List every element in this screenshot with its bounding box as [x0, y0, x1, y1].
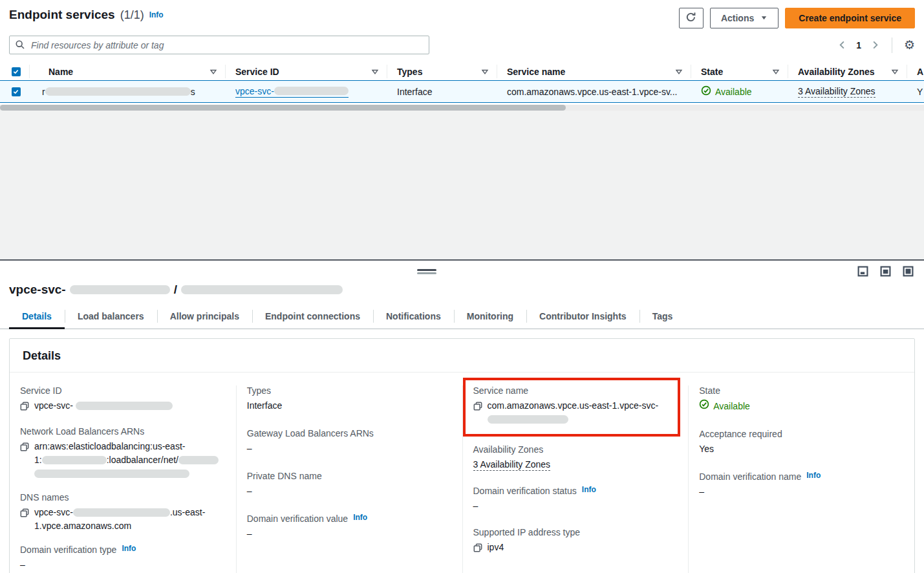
tab-monitoring[interactable]: Monitoring [454, 307, 526, 329]
cell-availability-zones: 3 Availability Zones [788, 81, 907, 102]
service-name-highlight-box: Service name com.amazonaws.vpce.us-east-… [463, 378, 681, 437]
column-header-availability-zones[interactable]: Availability Zones [788, 63, 907, 80]
page-title: Endpoint services [9, 8, 115, 22]
field-private-dns-name: Private DNS name – [247, 471, 452, 498]
column-header-service-id[interactable]: Service ID [225, 63, 387, 80]
panel-position-bottom-icon[interactable] [857, 266, 868, 279]
field-domain-verification-type: Domain verification type Info – [20, 545, 226, 572]
redacted-text [70, 285, 170, 294]
available-check-icon [701, 85, 711, 98]
create-endpoint-service-button[interactable]: Create endpoint service [785, 8, 915, 28]
settings-gear-icon[interactable]: ⚙ [904, 39, 915, 51]
content-background [0, 111, 924, 259]
column-header-types[interactable]: Types [387, 63, 497, 80]
tab-details[interactable]: Details [9, 307, 65, 329]
tab-notifications[interactable]: Notifications [373, 307, 454, 329]
info-link[interactable]: Info [806, 471, 821, 480]
field-glb-arns: Gateway Load Balancers ARNs – [247, 428, 452, 455]
actions-button[interactable]: Actions [710, 8, 779, 28]
filter-icon[interactable] [772, 68, 780, 76]
copy-icon[interactable] [20, 401, 29, 415]
info-link[interactable]: Info [582, 485, 596, 494]
select-all-checkbox[interactable] [12, 67, 21, 76]
details-column-3: Service name com.amazonaws.vpce.us-east-… [462, 385, 689, 573]
field-acceptance-required: Acceptance required Yes [699, 429, 904, 456]
field-domain-verification-value: Domain verification value Info – [247, 514, 452, 541]
info-link[interactable]: Info [353, 513, 367, 522]
details-column-4: State Available Acceptance required Yes [688, 385, 914, 573]
field-state: State Available [699, 385, 904, 413]
redacted-text [178, 456, 219, 464]
column-header-acceptance[interactable]: A [907, 63, 924, 80]
filter-icon[interactable] [891, 68, 899, 76]
title-info-link[interactable]: Info [149, 10, 164, 19]
search-icon [15, 39, 25, 52]
cell-service-name: com.amazonaws.vpce.us-east-1.vpce-sv... [497, 81, 691, 102]
redacted-text [76, 402, 173, 410]
panel-title: vpce-svc- / [0, 261, 924, 297]
redacted-text [34, 470, 189, 478]
info-link[interactable]: Info [122, 544, 136, 553]
cell-name: r s [29, 81, 225, 102]
split-panel: vpce-svc- / Details Load balancers Allow… [0, 259, 924, 573]
cell-acceptance: Y [907, 81, 924, 102]
field-availability-zones: Availability Zones 3 Availability Zones [473, 444, 678, 471]
availability-zones-link[interactable]: 3 Availability Zones [473, 459, 551, 471]
service-id-link[interactable]: vpce-svc- [235, 86, 349, 98]
redacted-text [42, 456, 107, 464]
cell-types: Interface [387, 81, 497, 102]
filter-icon[interactable] [481, 68, 489, 76]
page-count: (1/1) [120, 8, 144, 22]
page-number: 1 [856, 40, 861, 50]
tab-allow-principals[interactable]: Allow principals [157, 307, 252, 329]
tab-tags[interactable]: Tags [639, 307, 686, 329]
tab-endpoint-connections[interactable]: Endpoint connections [252, 307, 373, 329]
horizontal-scrollbar [0, 105, 924, 111]
search-input[interactable] [9, 36, 429, 54]
cell-service-id: vpce-svc- [225, 81, 387, 102]
copy-icon[interactable] [20, 442, 29, 455]
field-service-name: Service name com.amazonaws.vpce.us-east-… [473, 385, 672, 426]
redacted-text [73, 508, 170, 517]
availability-zones-link[interactable]: 3 Availability Zones [798, 86, 876, 98]
horizontal-scrollbar-thumb[interactable] [0, 105, 566, 111]
redacted-text [488, 415, 568, 424]
cell-state: Available [691, 81, 788, 102]
copy-icon[interactable] [473, 543, 482, 556]
divider [892, 38, 892, 53]
column-header-state[interactable]: State [691, 63, 788, 80]
details-card: Details Service ID vpce-svc- [9, 338, 915, 573]
table-header-row: Name Service ID Types Service name [0, 63, 924, 80]
table-row[interactable]: r s vpce-svc- Interface com.amazonaws.vp… [0, 80, 924, 103]
field-domain-verification-status: Domain verification status Info – [473, 486, 678, 513]
copy-icon[interactable] [473, 401, 482, 415]
field-service-id: Service ID vpce-svc- [20, 385, 226, 415]
refresh-icon [685, 12, 696, 25]
filter-icon[interactable] [675, 68, 683, 76]
row-checkbox[interactable] [12, 87, 21, 96]
column-header-service-name[interactable]: Service name [497, 63, 691, 80]
filter-icon[interactable] [210, 68, 217, 76]
panel-maximize-icon[interactable] [903, 266, 914, 279]
next-page-button[interactable] [870, 40, 880, 50]
refresh-button[interactable] [679, 8, 704, 28]
redacted-text [274, 87, 349, 95]
redacted-text [45, 87, 191, 96]
endpoint-services-list-section: Endpoint services (1/1) Info Actions Cre… [0, 0, 924, 111]
details-column-1: Service ID vpce-svc- Network Load Balanc… [10, 385, 236, 573]
copy-icon[interactable] [20, 508, 29, 521]
filter-icon[interactable] [371, 68, 379, 76]
tab-load-balancers[interactable]: Load balancers [65, 307, 157, 329]
details-card-title: Details [10, 339, 914, 373]
endpoint-services-table: Name Service ID Types Service name [0, 63, 924, 111]
redacted-text [181, 285, 343, 294]
column-header-name[interactable]: Name [29, 63, 225, 80]
available-check-icon [699, 399, 709, 413]
previous-page-button[interactable] [837, 40, 847, 50]
panel-position-side-icon[interactable] [880, 266, 891, 279]
panel-tabs: Details Load balancers Allow principals … [0, 307, 924, 329]
field-supported-ip: Supported IP address type ipv4 [473, 527, 678, 556]
field-types: Types Interface [247, 385, 452, 413]
split-panel-drag-handle[interactable] [417, 269, 436, 274]
tab-contributor-insights[interactable]: Contributor Insights [526, 307, 639, 329]
